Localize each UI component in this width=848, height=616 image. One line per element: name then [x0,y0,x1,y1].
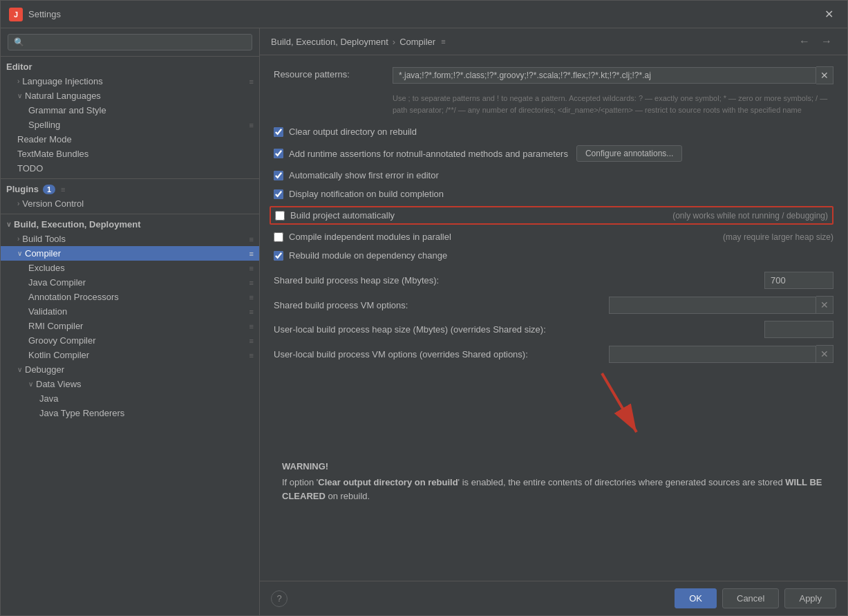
sidebar-item-rmi-compiler[interactable]: RMI Compiler ≡ [1,319,259,333]
window-title: Settings [28,9,819,19]
display-notification-label: Display notification on build completion [289,189,444,199]
sidebar-item-label: TODO [17,163,43,174]
sidebar-item-build-tools[interactable]: › Build Tools ≡ [1,232,259,246]
user-vm-clear-button[interactable]: ✕ [816,345,833,363]
sidebar-item-label: Java Type Renderers [39,408,124,418]
settings-window: J Settings ✕ Editor › Language Injection… [0,0,848,616]
resource-patterns-row: Resource patterns: ✕ [274,66,833,84]
sidebar-item-validation[interactable]: Validation ≡ [1,304,259,319]
clear-output-row: Clear output directory on rebuild [274,125,833,138]
arrow-icon: › [17,77,19,85]
runtime-assertions-checkbox[interactable] [274,149,283,158]
breadcrumb-menu-icon[interactable]: ≡ [441,37,445,46]
sidebar-item-label: Data Views [36,379,82,389]
configure-annotations-button[interactable]: Configure annotations... [576,145,682,162]
sidebar-item-grammar-style[interactable]: Grammar and Style [1,103,259,118]
sidebar-item-groovy-compiler[interactable]: Groovy Compiler ≡ [1,333,259,348]
clear-output-checkbox[interactable] [274,127,283,137]
warning-text: If option 'Clear output directory on reb… [282,476,825,503]
app-icon: J [9,8,23,21]
sidebar-item-label: Version Control [22,198,84,209]
user-vm-wrapper: ✕ [609,345,833,363]
build-automatically-row: Build project automatically (only works … [270,206,833,225]
nav-back-button[interactable]: ← [795,34,814,49]
build-automatically-label: Build project automatically [290,210,395,221]
sidebar-item-label: Spelling [28,120,60,130]
show-first-error-label: Automatically show first error in editor [289,170,439,180]
shared-heap-input[interactable] [764,272,833,289]
user-heap-label: User-local build process heap size (Mbyt… [274,324,764,335]
arrow-icon: ∨ [28,380,33,388]
main-content: Editor › Language Injections ≡ ∨ Natural… [1,28,847,615]
settings-icon: ≡ [249,235,254,243]
expand-button[interactable]: ✕ [816,66,833,84]
sidebar-section-build[interactable]: ∨ Build, Execution, Deployment [1,217,259,232]
sidebar-item-textmate-bundles[interactable]: TextMate Bundles [1,147,259,161]
divider [1,178,259,179]
close-button[interactable]: ✕ [819,5,839,24]
user-vm-input[interactable] [609,346,816,363]
shared-heap-label: Shared build process heap size (Mbytes): [274,275,764,286]
settings-icon: ≡ [249,250,254,258]
sidebar-item-language-injections[interactable]: › Language Injections ≡ [1,74,259,88]
sidebar-item-excludes[interactable]: Excludes ≡ [1,261,259,275]
runtime-assertions-label: Add runtime assertions for notnull-annot… [289,149,568,159]
sidebar-item-java[interactable]: Java [1,391,259,406]
red-arrow-graphic [412,370,833,439]
sidebar-section-plugins[interactable]: Plugins 1 ≡ [1,182,259,196]
sidebar-item-version-control[interactable]: › Version Control [1,196,259,211]
nav-forward-button[interactable]: → [817,34,836,49]
sidebar-item-spelling[interactable]: Spelling ≡ [1,118,259,132]
apply-button[interactable]: Apply [784,588,836,608]
settings-icon: ≡ [249,293,254,301]
search-box [1,28,259,57]
sidebar-item-label: Debugger [25,364,64,375]
sidebar-item-label: Language Injections [22,76,102,86]
breadcrumb-bar: Build, Execution, Deployment › Compiler … [260,28,847,55]
user-heap-input[interactable] [764,321,833,338]
resource-patterns-input[interactable] [393,67,816,84]
divider [1,214,259,214]
warning-title: WARNING! [282,461,825,472]
display-notification-row: Display notification on build completion [274,187,833,200]
sidebar-item-reader-mode[interactable]: Reader Mode [1,132,259,147]
shared-vm-clear-button[interactable]: ✕ [816,296,833,314]
settings-icon: ≡ [249,279,254,287]
cancel-button[interactable]: Cancel [722,588,779,608]
arrow-icon: ∨ [17,366,22,373]
ok-button[interactable]: OK [675,588,717,608]
shared-vm-row: Shared build process VM options: ✕ [274,296,833,314]
sidebar-section-editor[interactable]: Editor [1,59,259,74]
search-input[interactable] [8,34,252,50]
user-heap-row: User-local build process heap size (Mbyt… [274,321,833,338]
sidebar-item-todo[interactable]: TODO [1,161,259,176]
breadcrumb-parent: Build, Execution, Deployment [271,37,388,47]
breadcrumb-current: Compiler [399,37,435,47]
sidebar-item-label: Compiler [25,248,61,259]
show-first-error-checkbox[interactable] [274,171,283,180]
sidebar-item-label: Validation [28,306,67,317]
help-button[interactable]: ? [271,590,288,607]
sidebar-item-compiler[interactable]: ∨ Compiler ≡ [1,246,259,261]
plugins-badge: 1 [43,185,55,194]
sidebar-item-natural-languages[interactable]: ∨ Natural Languages [1,88,259,103]
compile-parallel-checkbox[interactable] [274,232,283,242]
hint-text: Use ; to separate patterns and ! to nega… [274,93,833,115]
breadcrumb-separator: › [393,37,395,47]
arrow-icon: › [17,200,19,207]
compile-parallel-row: Compile independent modules in parallel … [274,230,833,243]
display-notification-checkbox[interactable] [274,189,283,199]
bottom-bar: ? OK Cancel Apply [260,581,847,615]
rebuild-dependency-checkbox[interactable] [274,251,283,261]
sidebar-item-label: Grammar and Style [28,105,106,115]
sidebar-item-java-type-renderers[interactable]: Java Type Renderers [1,406,259,420]
sidebar-item-kotlin-compiler[interactable]: Kotlin Compiler ≡ [1,348,259,362]
sidebar-item-annotation-processors[interactable]: Annotation Processors ≡ [1,290,259,304]
sidebar-item-label: Reader Mode [17,134,72,144]
sidebar-item-data-views[interactable]: ∨ Data Views [1,377,259,391]
sidebar-item-java-compiler[interactable]: Java Compiler ≡ [1,275,259,290]
build-automatically-checkbox[interactable] [275,211,285,221]
title-bar: J Settings ✕ [1,1,847,28]
sidebar-item-debugger[interactable]: ∨ Debugger [1,362,259,377]
shared-vm-input[interactable] [609,297,816,314]
